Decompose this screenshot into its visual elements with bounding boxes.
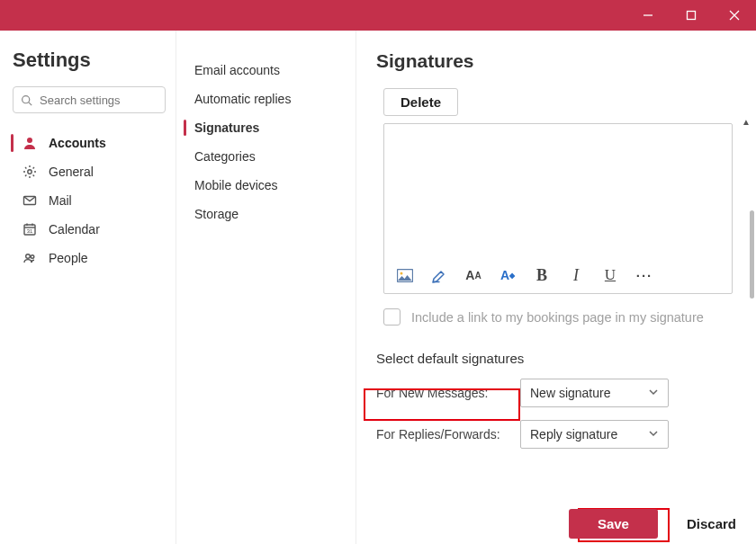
more-options-button[interactable]: ··· [634,264,654,286]
settings-sidebar: Settings Accounts General [0,31,176,544]
discard-button[interactable]: Discard [674,509,740,539]
svg-point-6 [27,138,32,143]
signature-editor[interactable]: AA A◆ B I U ··· [383,123,733,294]
format-toolbar: AA A◆ B I U ··· [384,257,732,293]
new-messages-value: New signature [530,386,611,400]
sidebar-item-general[interactable]: General [13,158,166,185]
subnav-item-storage[interactable]: Storage [193,201,346,227]
svg-line-5 [29,102,32,104]
delete-button[interactable]: Delete [383,88,458,116]
people-icon [22,251,38,265]
search-input[interactable] [38,93,158,108]
svg-text:31: 31 [27,228,33,234]
subnav-item-email-accounts[interactable]: Email accounts [193,58,346,83]
sidebar-item-label: Accounts [49,136,106,150]
subnav-item-mobile-devices[interactable]: Mobile devices [193,173,346,198]
bold-button[interactable]: B [532,264,552,286]
maximize-button[interactable] [670,0,713,31]
svg-point-15 [31,255,34,259]
insert-image-icon[interactable] [395,264,415,286]
person-icon [22,136,38,150]
select-defaults-heading: Select default signatures [376,351,736,366]
font-color-icon[interactable]: A◆ [498,264,518,286]
chevron-down-icon [648,427,659,441]
gear-icon [22,165,38,179]
sidebar-item-accounts[interactable]: Accounts [13,129,166,156]
subnav-item-automatic-replies[interactable]: Automatic replies [193,86,346,111]
page-title: Signatures [376,50,736,72]
close-button[interactable] [713,0,756,31]
svg-rect-1 [688,12,696,20]
window-titlebar [0,0,756,31]
include-link-label: Include a link to my bookings page in my… [411,310,704,325]
include-link-row: Include a link to my bookings page in my… [383,308,736,326]
main-panel: Signatures Delete ▲ AA A◆ B I U ··· [356,31,756,544]
sidebar-item-label: Calendar [49,222,100,236]
subnav-item-signatures[interactable]: Signatures [193,115,346,140]
sidebar-item-label: People [49,251,88,265]
settings-subnav: Email accounts Automatic replies Signatu… [176,31,356,544]
subnav-item-categories[interactable]: Categories [193,144,346,169]
search-icon [21,94,32,106]
replies-value: Reply signature [530,427,617,441]
sidebar-item-calendar[interactable]: 31 Calendar [13,216,166,243]
footer-actions: Save Discard [569,509,740,539]
calendar-icon: 31 [22,222,38,236]
svg-point-7 [28,170,32,174]
sidebar-item-label: Mail [49,193,72,208]
sidebar-item-label: General [49,165,94,179]
scrollbar-thumb[interactable] [750,210,754,299]
replies-select[interactable]: Reply signature [520,420,669,449]
search-input-wrap[interactable] [13,86,166,113]
italic-button[interactable]: I [566,264,586,286]
minimize-button[interactable] [626,0,670,31]
font-size-icon[interactable]: AA [464,264,483,286]
new-messages-label: For New Messages: [376,386,520,400]
chevron-down-icon [648,386,659,400]
include-link-checkbox[interactable] [383,308,400,326]
sidebar-item-people[interactable]: People [13,245,166,272]
svg-point-17 [400,272,403,274]
svg-point-14 [26,254,31,259]
mail-icon [22,193,38,208]
underline-button[interactable]: U [600,264,620,286]
scroll-up-caret-icon[interactable]: ▲ [742,117,751,127]
highlight-icon[interactable] [429,264,449,286]
settings-title: Settings [13,49,166,72]
new-messages-select[interactable]: New signature [520,379,669,407]
save-button[interactable]: Save [569,509,658,539]
svg-point-4 [22,95,30,103]
sidebar-item-mail[interactable]: Mail [13,187,166,214]
replies-label: For Replies/Forwards: [376,427,520,441]
